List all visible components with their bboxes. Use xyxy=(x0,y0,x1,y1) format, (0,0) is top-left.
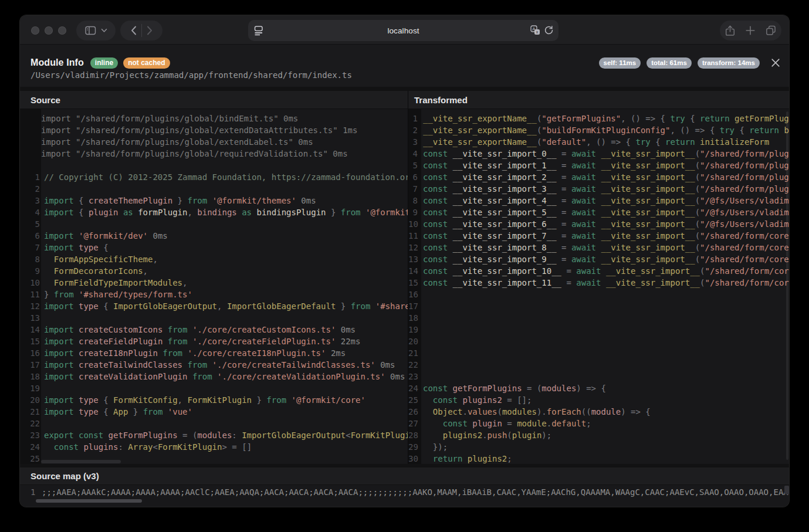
nav-divider xyxy=(141,24,142,37)
code-line: 18 xyxy=(408,312,789,324)
zoom-window-button[interactable] xyxy=(58,26,66,35)
code-line: 17 xyxy=(408,300,789,312)
metric-total-time: total: 61ms xyxy=(646,57,692,69)
code-line: 8const __vite_ssr_import_4__ = await __v… xyxy=(408,195,789,206)
source-code[interactable]: import "/shared/form/plugins/global/bind… xyxy=(20,109,408,464)
dep-import-line: import "/shared/form/plugins/global/exte… xyxy=(20,136,408,148)
code-line: 17import createTailwindClasses from './c… xyxy=(20,359,408,371)
code-line: 11} from '#shared/types/form.ts' xyxy=(20,289,408,300)
dep-import-line: import "/shared/form/plugins/global/exte… xyxy=(20,124,408,136)
translate-icon[interactable]: A x xyxy=(530,25,540,35)
code-line: 9 FormDecoratorIcons, xyxy=(20,265,408,277)
code-line: 13 xyxy=(20,312,408,324)
transformed-code[interactable]: 1__vite_ssr_exportName__("getFormPlugins… xyxy=(408,109,789,464)
code-line: 18import createValidationPlugin from './… xyxy=(20,371,408,382)
code-line: 5const __vite_ssr_import_1__ = await __v… xyxy=(408,160,789,171)
code-line: 6import '@formkit/dev' 0ms xyxy=(20,230,408,242)
code-line: 2 xyxy=(20,183,408,195)
badge-not-cached: not cached xyxy=(123,57,170,69)
code-line: 7import type { xyxy=(20,242,408,253)
browser-toolbar: localhost A x xyxy=(20,15,789,45)
code-line: 25 const plugins2 = []; xyxy=(408,394,789,406)
close-icon[interactable] xyxy=(770,57,781,68)
code-line: 20import type { FormKitConfig, FormKitPl… xyxy=(20,394,408,406)
code-line: 19 xyxy=(408,324,789,336)
sourcemap-horizontal-scrollbar[interactable] xyxy=(36,499,142,503)
code-line: 1__vite_ssr_exportName__("getFormPlugins… xyxy=(408,113,789,124)
code-line: 12const __vite_ssr_import_8__ = await __… xyxy=(408,242,789,253)
source-horizontal-scrollbar[interactable] xyxy=(41,460,121,463)
code-line: 10 FormFieldTypeImportModules, xyxy=(20,277,408,289)
code-line: 8 FormAppSpecificTheme, xyxy=(20,253,408,265)
back-button[interactable] xyxy=(131,26,137,35)
sidebar-button-group[interactable] xyxy=(76,21,116,40)
code-line: 10const __vite_ssr_import_6__ = await __… xyxy=(408,218,789,230)
code-line: 29 }); xyxy=(408,441,789,453)
sourcemap-title: Source map (v3) xyxy=(20,467,789,485)
badge-inline: inline xyxy=(90,57,118,69)
source-pane-title: Source xyxy=(20,91,408,109)
code-line: 13const __vite_ssr_import_9__ = await __… xyxy=(408,253,789,265)
code-line: 24 const plugins: Array<FormKitPlugin> =… xyxy=(20,441,408,453)
code-line: 26 Object.values(modules).forEach((modul… xyxy=(408,406,789,418)
code-line: 12import type { ImportGlobEagerOutput, I… xyxy=(20,300,408,312)
code-line: 27 const plugin = module.default; xyxy=(408,418,789,429)
module-path: /Users/vladimir/Projects/zammad/app/fron… xyxy=(31,70,352,80)
traffic-lights xyxy=(31,26,66,35)
page-title: Module Info xyxy=(31,57,84,68)
code-line: 14const __vite_ssr_import_10__ = await _… xyxy=(408,265,789,277)
code-line: 7const __vite_ssr_import_3__ = await __v… xyxy=(408,183,789,195)
sourcemap-mappings: ;;;AAEA;AAAkC;AAAA;AAAA;AAAA;AAClC;AAEA;… xyxy=(33,487,789,497)
code-line: 23export const getFormPlugins = (modules… xyxy=(20,429,408,441)
nav-button-group xyxy=(120,21,163,40)
dep-import-line xyxy=(20,160,408,171)
code-line: 14import createCustomIcons from './core/… xyxy=(20,324,408,336)
code-line: 1// Copyright (C) 2012-2025 Zammad Found… xyxy=(20,171,408,183)
code-line: 3import { createThemePlugin } from '@for… xyxy=(20,195,408,206)
code-line: 4const __vite_ssr_import_0__ = await __v… xyxy=(408,148,789,160)
transformed-pane-title: Transformed xyxy=(408,91,789,109)
transformed-vertical-scrollbar[interactable] xyxy=(786,111,788,460)
code-line: 5 xyxy=(20,218,408,230)
code-line: 15const __vite_ssr_import_11__ = await _… xyxy=(408,277,789,289)
sidebar-icon[interactable] xyxy=(85,26,96,35)
code-line: 4import { plugin as formPlugin, bindings… xyxy=(20,206,408,218)
dep-import-line: import "/shared/form/plugins/global/bind… xyxy=(20,113,408,124)
transformed-pane: Transformed 1__vite_ssr_exportName__("ge… xyxy=(408,91,789,464)
code-line: 24const getFormPlugins = (modules) => { xyxy=(408,382,789,394)
module-info-header: Module Info inline not cached self: 11ms… xyxy=(20,45,789,87)
code-line: 2__vite_ssr_exportName__("buildFormKitPl… xyxy=(408,124,789,136)
toolbar-right-group xyxy=(720,21,781,40)
dep-import-line: import "/shared/form/plugins/global/requ… xyxy=(20,148,408,160)
code-line: 20 xyxy=(408,336,789,347)
code-line: 3__vite_ssr_exportName__("default", () =… xyxy=(408,136,789,148)
address-bar[interactable]: localhost A x xyxy=(248,20,558,41)
code-line: 9const __vite_ssr_import_5__ = await __v… xyxy=(408,206,789,218)
code-panes: Source import "/shared/form/plugins/glob… xyxy=(20,91,789,464)
code-line: 15import createFieldPlugin from './core/… xyxy=(20,336,408,347)
code-line: 23 xyxy=(408,371,789,382)
code-line: 30 return plugins2; xyxy=(408,453,789,464)
chevron-down-icon[interactable] xyxy=(101,28,107,33)
source-pane: Source import "/shared/form/plugins/glob… xyxy=(20,91,408,464)
minimize-window-button[interactable] xyxy=(45,26,53,35)
code-line: 21 xyxy=(408,347,789,359)
code-line: 19 xyxy=(20,382,408,394)
browser-window: localhost A x xyxy=(20,15,789,507)
code-line: 6const __vite_ssr_import_2__ = await __v… xyxy=(408,171,789,183)
reload-icon[interactable] xyxy=(544,25,554,35)
sourcemap-vertical-scrollbar[interactable] xyxy=(784,486,789,494)
new-tab-icon[interactable] xyxy=(746,26,755,35)
tab-overview-icon[interactable] xyxy=(766,25,776,36)
forward-button[interactable] xyxy=(147,26,153,35)
share-icon[interactable] xyxy=(725,25,735,36)
code-line: 16import createI18nPlugin from './core/c… xyxy=(20,347,408,359)
metric-self-time: self: 11ms xyxy=(599,57,641,69)
svg-text:x: x xyxy=(536,30,539,34)
code-line: 16 xyxy=(408,289,789,300)
code-line: 22 xyxy=(408,359,789,371)
code-line: 28 plugins2.push(plugin); xyxy=(408,429,789,441)
close-window-button[interactable] xyxy=(31,26,39,35)
url-text[interactable]: localhost xyxy=(248,26,558,35)
code-line: 21import type { App } from 'vue' xyxy=(20,406,408,418)
